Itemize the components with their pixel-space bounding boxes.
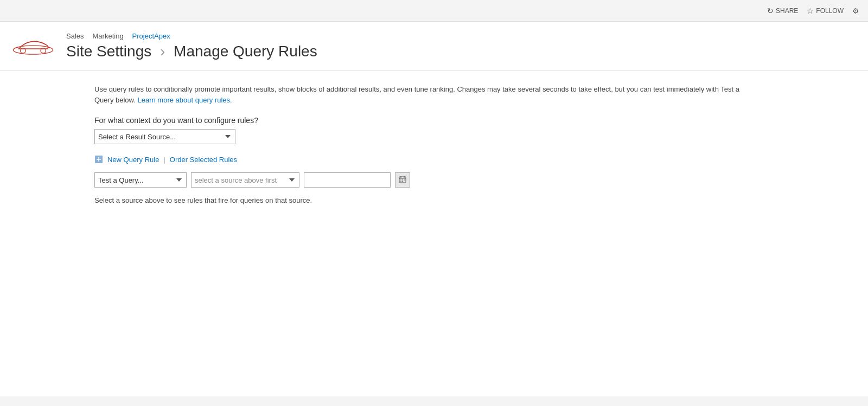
svg-rect-10 bbox=[400, 179, 401, 181]
follow-icon: ☆ bbox=[807, 7, 814, 15]
config-section: For what context do you want to configur… bbox=[94, 116, 774, 144]
config-label: For what context do you want to configur… bbox=[94, 116, 774, 125]
logo-area bbox=[9, 22, 58, 70]
page-title: Site Settings › Manage Query Rules bbox=[66, 42, 317, 61]
query-calendar-button[interactable] bbox=[395, 172, 410, 188]
top-bar: ↻ SHARE ☆ FOLLOW ⚙ bbox=[0, 0, 868, 22]
svg-rect-13 bbox=[400, 181, 401, 182]
calendar-icon bbox=[399, 176, 406, 185]
top-bar-actions: ↻ SHARE ☆ FOLLOW ⚙ bbox=[767, 7, 859, 15]
main-content: Use query rules to conditionally promote… bbox=[0, 71, 868, 396]
query-test-row: Test a Query... select a source above fi… bbox=[94, 172, 774, 188]
breadcrumb: Sales Marketing ProjectApex bbox=[66, 32, 317, 40]
page-title-separator: › bbox=[160, 43, 165, 60]
svg-rect-11 bbox=[402, 179, 403, 181]
breadcrumb-marketing[interactable]: Marketing bbox=[93, 32, 124, 40]
breadcrumb-projectapex[interactable]: ProjectApex bbox=[132, 32, 170, 40]
svg-rect-14 bbox=[402, 181, 403, 182]
follow-label: FOLLOW bbox=[816, 7, 844, 15]
description-text: Use query rules to conditionally promote… bbox=[94, 84, 745, 105]
svg-point-0 bbox=[13, 46, 53, 54]
result-source-dropdown[interactable]: Select a Result Source... bbox=[94, 129, 235, 144]
share-button[interactable]: ↻ SHARE bbox=[767, 7, 798, 15]
status-text: Select a source above to see rules that … bbox=[94, 196, 774, 204]
header-content: Sales Marketing ProjectApex Site Setting… bbox=[66, 22, 317, 70]
svg-rect-12 bbox=[404, 179, 405, 181]
order-selected-rules-link[interactable]: Order Selected Rules bbox=[170, 156, 237, 164]
page-title-part2: Manage Query Rules bbox=[174, 43, 317, 60]
settings-icon: ⚙ bbox=[852, 7, 859, 15]
learn-more-link[interactable]: Learn more about query rules. bbox=[138, 96, 232, 104]
query-type-dropdown[interactable]: Test a Query... bbox=[94, 172, 187, 188]
query-input[interactable] bbox=[304, 172, 391, 188]
settings-button[interactable]: ⚙ bbox=[852, 7, 859, 15]
follow-button[interactable]: ☆ FOLLOW bbox=[807, 7, 844, 15]
site-logo bbox=[11, 31, 55, 61]
new-rule-icon bbox=[94, 155, 103, 164]
query-source-dropdown[interactable]: select a source above first bbox=[191, 172, 299, 188]
site-header: Sales Marketing ProjectApex Site Setting… bbox=[0, 22, 868, 71]
action-separator: | bbox=[163, 156, 165, 164]
share-label: SHARE bbox=[776, 7, 798, 15]
actions-bar: New Query Rule | Order Selected Rules bbox=[94, 155, 774, 164]
new-query-rule-link[interactable]: New Query Rule bbox=[107, 156, 159, 164]
share-icon: ↻ bbox=[767, 7, 774, 15]
page-title-part1: Site Settings bbox=[66, 43, 151, 60]
breadcrumb-sales[interactable]: Sales bbox=[66, 32, 84, 40]
